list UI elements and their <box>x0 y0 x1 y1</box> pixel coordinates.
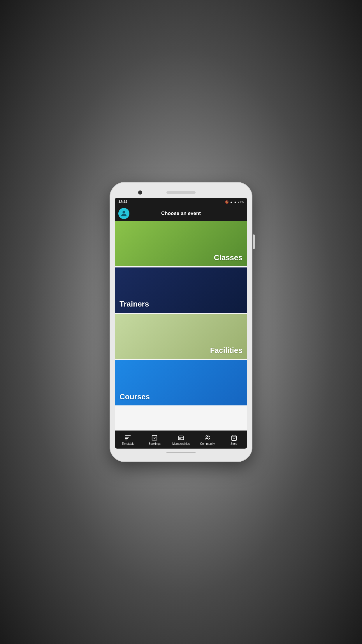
mute-icon: 🔕 <box>225 200 229 204</box>
status-time: 12:44 <box>118 200 127 204</box>
phone-screen: 12:44 🔕 ▲ ▲ 71% Choose an event Classe <box>115 198 247 449</box>
store-nav-label: Store <box>231 442 238 445</box>
status-bar: 12:44 🔕 ▲ ▲ 71% <box>115 198 247 206</box>
bookings-nav-label: Bookings <box>149 442 161 445</box>
nav-item-timetable[interactable]: Timetable <box>115 433 141 447</box>
phone-side-button <box>253 235 255 249</box>
community-nav-label: Community <box>200 442 215 445</box>
svg-rect-8 <box>179 438 181 438</box>
user-avatar[interactable] <box>118 208 129 219</box>
event-card-trainers[interactable]: Trainers <box>115 267 247 313</box>
nav-item-bookings[interactable]: Bookings <box>141 433 168 447</box>
phone-speaker <box>166 191 196 194</box>
facilities-label: Facilities <box>210 346 242 355</box>
svg-rect-5 <box>152 435 157 440</box>
svg-rect-3 <box>125 438 128 439</box>
classes-label: Classes <box>214 253 242 262</box>
status-icons: 🔕 ▲ ▲ 71% <box>225 200 244 204</box>
header-title: Choose an event <box>129 211 233 216</box>
home-indicator <box>166 452 196 453</box>
svg-rect-4 <box>125 440 127 440</box>
svg-rect-2 <box>125 437 129 438</box>
store-icon <box>231 434 238 441</box>
event-card-facilities[interactable]: Facilities <box>115 314 247 359</box>
nav-item-memberships[interactable]: Memberships <box>168 433 194 447</box>
phone-bottom-bar <box>115 449 247 457</box>
app-header: Choose an event <box>115 206 247 221</box>
svg-rect-6 <box>178 436 184 440</box>
event-card-courses[interactable]: Courses <box>115 360 247 405</box>
content-area: Classes Trainers Facilities Courses <box>115 221 247 430</box>
phone-device: 12:44 🔕 ▲ ▲ 71% Choose an event Classe <box>110 182 252 462</box>
nav-item-store[interactable]: Store <box>221 433 247 447</box>
community-icon <box>204 434 211 441</box>
svg-point-9 <box>206 435 208 437</box>
bookings-icon <box>151 434 158 441</box>
courses-label: Courses <box>120 392 150 401</box>
bottom-nav: Timetable Bookings <box>115 430 247 449</box>
phone-camera <box>138 190 142 195</box>
wifi-icon: ▲ <box>230 200 233 204</box>
phone-top-bar <box>115 187 247 198</box>
battery-level: 71% <box>238 200 244 204</box>
trainers-label: Trainers <box>120 300 149 309</box>
svg-rect-1 <box>125 435 131 436</box>
event-card-classes[interactable]: Classes <box>115 221 247 266</box>
svg-point-0 <box>122 211 125 214</box>
svg-point-10 <box>208 436 210 437</box>
avatar-icon <box>120 209 128 218</box>
memberships-icon <box>178 434 184 441</box>
signal-icon: ▲ <box>234 200 237 204</box>
timetable-nav-label: Timetable <box>122 442 135 445</box>
timetable-icon <box>124 434 131 441</box>
memberships-nav-label: Memberships <box>172 442 190 445</box>
nav-item-community[interactable]: Community <box>194 433 221 447</box>
